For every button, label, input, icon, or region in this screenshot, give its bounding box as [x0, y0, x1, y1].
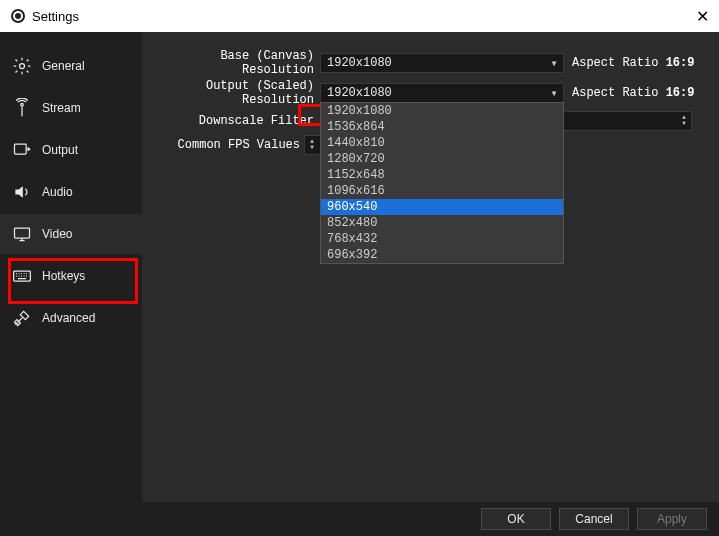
ok-button[interactable]: OK — [481, 508, 551, 530]
base-aspect-label: Aspect Ratio 16:9 — [572, 56, 694, 70]
dropdown-option[interactable]: 852x480 — [321, 215, 563, 231]
tools-icon — [12, 308, 32, 328]
output-resolution-dropdown[interactable]: 1920x10801536x8641440x8101280x7201152x64… — [320, 102, 564, 264]
antenna-icon — [12, 98, 32, 118]
titlebar: Settings ✕ — [0, 0, 719, 32]
sidebar-item-audio[interactable]: Audio — [0, 172, 142, 212]
dropdown-option[interactable]: 1280x720 — [321, 151, 563, 167]
chevron-down-icon: ▾ — [545, 56, 563, 71]
sidebar-item-label: Video — [42, 227, 72, 241]
cancel-button[interactable]: Cancel — [559, 508, 629, 530]
output-icon — [12, 140, 32, 160]
monitor-icon — [12, 224, 32, 244]
sidebar-item-label: General — [42, 59, 85, 73]
base-resolution-value: 1920x1080 — [321, 56, 545, 70]
output-resolution-value: 1920x1080 — [321, 86, 545, 100]
gear-icon — [12, 56, 32, 76]
sidebar-item-advanced[interactable]: Advanced — [0, 298, 142, 338]
fps-label: Common FPS Values — [176, 138, 300, 152]
sidebar-item-label: Output — [42, 143, 78, 157]
sidebar-item-general[interactable]: General — [0, 46, 142, 86]
window-title: Settings — [32, 9, 79, 24]
sidebar-item-label: Advanced — [42, 311, 95, 325]
sidebar-item-stream[interactable]: Stream — [0, 88, 142, 128]
dropdown-option[interactable]: 1920x1080 — [321, 103, 563, 119]
apply-button[interactable]: Apply — [637, 508, 707, 530]
dropdown-option[interactable]: 960x540 — [321, 199, 563, 215]
sidebar-item-output[interactable]: Output — [0, 130, 142, 170]
sidebar-item-label: Audio — [42, 185, 73, 199]
sidebar: General Stream Output Audio Video Hotkey… — [0, 32, 142, 536]
sidebar-item-video[interactable]: Video — [0, 214, 142, 254]
downscale-filter-label: Downscale Filter — [142, 114, 314, 128]
spin-icon: ▲▼ — [305, 139, 319, 151]
svg-rect-6 — [15, 228, 30, 238]
sidebar-item-hotkeys[interactable]: Hotkeys — [0, 256, 142, 296]
dropdown-option[interactable]: 1440x810 — [321, 135, 563, 151]
svg-point-3 — [20, 64, 25, 69]
svg-point-4 — [21, 103, 24, 106]
chevron-down-icon: ▾ — [545, 86, 563, 101]
output-aspect-label: Aspect Ratio 16:9 — [572, 86, 694, 100]
output-resolution-combo[interactable]: 1920x1080 ▾ — [320, 83, 564, 103]
footer: OK Cancel Apply — [0, 502, 719, 536]
speaker-icon — [12, 182, 32, 202]
base-resolution-combo[interactable]: 1920x1080 ▾ — [320, 53, 564, 73]
obs-logo-icon — [10, 8, 26, 24]
sidebar-item-label: Hotkeys — [42, 269, 85, 283]
output-resolution-label: Output (Scaled) Resolution — [142, 79, 314, 107]
base-resolution-label: Base (Canvas) Resolution — [142, 49, 314, 77]
dropdown-option[interactable]: 1096x616 — [321, 183, 563, 199]
dropdown-option[interactable]: 696x392 — [321, 247, 563, 263]
sidebar-item-label: Stream — [42, 101, 81, 115]
spin-icon: ▲▼ — [677, 115, 691, 127]
main-panel: Base (Canvas) Resolution 1920x1080 ▾ Asp… — [142, 32, 719, 536]
dropdown-option[interactable]: 1536x864 — [321, 119, 563, 135]
dropdown-option[interactable]: 1152x648 — [321, 167, 563, 183]
keyboard-icon — [12, 266, 32, 286]
svg-point-2 — [15, 13, 21, 19]
dropdown-option[interactable]: 768x432 — [321, 231, 563, 247]
svg-rect-5 — [15, 144, 27, 154]
close-icon[interactable]: ✕ — [696, 7, 709, 26]
